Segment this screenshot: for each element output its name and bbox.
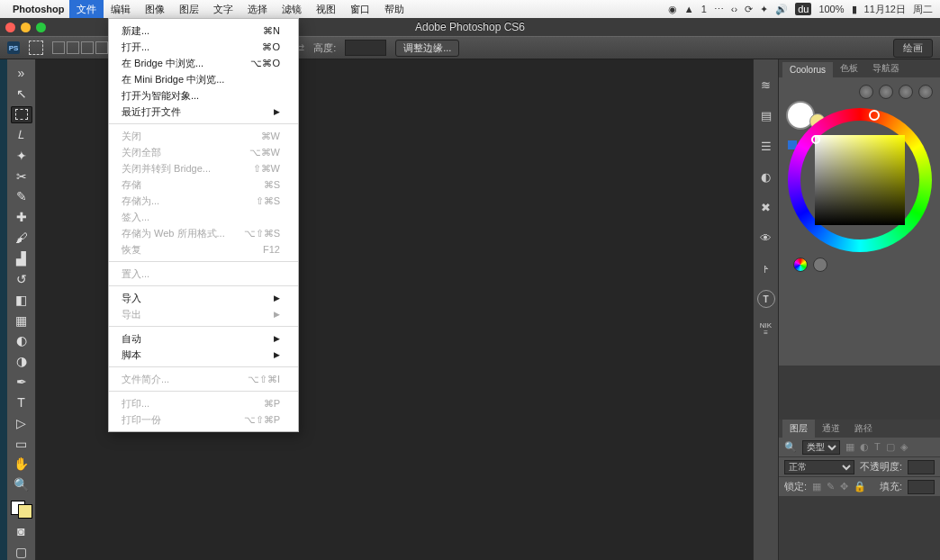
day-text[interactable]: 周二 [913, 3, 933, 16]
panel-gap [779, 366, 940, 420]
coolorus-mode-buttons[interactable] [859, 85, 933, 99]
gradient-tool[interactable]: ▦ [11, 312, 32, 329]
menu-help[interactable]: 帮助 [377, 0, 411, 18]
crop-tool[interactable]: ✂ [11, 167, 32, 185]
file-menu-item[interactable]: 新建...⌘N [109, 23, 298, 39]
paragraph-panel-icon[interactable]: T [757, 290, 775, 308]
tab-layers[interactable]: 图层 [782, 420, 815, 438]
file-menu-item[interactable]: 打开为智能对象... [109, 87, 298, 104]
sv-marker[interactable] [811, 135, 820, 144]
zoom-tool[interactable]: 🔍 [11, 476, 32, 493]
clock-icon[interactable]: ✦ [760, 4, 768, 15]
ps-home-icon[interactable]: PS [7, 41, 20, 54]
tab-navigator[interactable]: 导航器 [865, 59, 907, 77]
code-icon[interactable]: ‹› [731, 4, 737, 14]
file-menu-item: 关闭⌘W [109, 128, 298, 144]
quickmask-tool[interactable]: ◙ [11, 522, 32, 539]
marquee-tool[interactable] [11, 106, 32, 123]
shape-tool[interactable]: ▭ [11, 435, 32, 452]
eraser-tool[interactable]: ◧ [11, 291, 32, 308]
nik-panel-icon[interactable]: NIK≡ [757, 321, 775, 339]
screenmode-tool[interactable]: ▢ [11, 543, 32, 560]
sync-icon[interactable]: ⟳ [745, 4, 753, 15]
adobe-icon[interactable]: ▲ [684, 4, 694, 14]
minimize-window-button[interactable] [21, 23, 31, 32]
eyedropper-tool[interactable]: ✎ [11, 188, 32, 205]
brushes-panel-icon[interactable]: ✖ [757, 198, 775, 216]
file-menu-item[interactable]: 最近打开文件▶ [109, 104, 298, 120]
battery-icon[interactable]: ▮ [852, 4, 857, 15]
tab-channels[interactable]: 通道 [815, 420, 847, 438]
pen-tool[interactable]: ✒ [11, 374, 32, 391]
marquee-tool-icon[interactable] [29, 41, 43, 55]
close-window-button[interactable] [5, 23, 15, 32]
menu-window[interactable]: 窗口 [343, 0, 377, 18]
saturation-value-box[interactable] [815, 135, 905, 225]
tab-paths[interactable]: 路径 [847, 420, 880, 438]
history-brush-tool[interactable]: ↺ [11, 270, 32, 287]
layers-panel: 🔍 类型 ▦◐T▢◈ 正常 不透明度: 锁定: ▦✎✥🔒 填充: [779, 438, 940, 560]
actions-panel-icon[interactable]: ▤ [757, 106, 775, 124]
menu-layer[interactable]: 图层 [172, 0, 206, 18]
menu-filter[interactable]: 滤镜 [275, 0, 309, 18]
opacity-input[interactable] [908, 460, 935, 474]
wifi-icon[interactable]: ⋯ [714, 4, 724, 15]
character-panel-icon[interactable]: 𐊀 [757, 259, 775, 277]
workspace-switcher[interactable]: 绘画 [893, 39, 933, 58]
zoom-window-button[interactable] [36, 23, 46, 32]
healing-tool[interactable]: ✚ [11, 209, 32, 226]
filter-kind-select[interactable]: 类型 [802, 440, 840, 455]
blur-tool[interactable]: ◐ [11, 332, 32, 349]
type-tool[interactable]: T [11, 394, 32, 411]
file-menu-item[interactable]: 打开...⌘O [109, 39, 298, 55]
hand-tool[interactable]: ✋ [11, 456, 32, 473]
adjustments-panel-icon[interactable]: ◐ [757, 167, 775, 185]
menu-file[interactable]: 文件 [69, 0, 104, 18]
menu-view[interactable]: 视图 [309, 0, 343, 18]
dodge-tool[interactable]: ◑ [11, 353, 32, 370]
tab-swatches[interactable]: 色板 [833, 59, 865, 77]
background-swatch[interactable] [18, 504, 32, 519]
coolorus-scheme-buttons[interactable] [793, 257, 827, 272]
volume-icon[interactable]: 🔊 [775, 4, 788, 15]
properties-panel-icon[interactable]: ☰ [757, 137, 775, 155]
app-name[interactable]: Photoshop [13, 4, 64, 14]
layers-list[interactable] [779, 497, 940, 560]
coolorus-panel [779, 77, 940, 366]
file-menu-item[interactable]: 在 Mini Bridge 中浏览... [109, 71, 298, 87]
height-input[interactable] [345, 40, 386, 56]
menu-select[interactable]: 选择 [240, 0, 275, 18]
color-swatches[interactable] [11, 501, 32, 519]
blend-mode-select[interactable]: 正常 [784, 460, 854, 474]
brush-tool[interactable]: 🖌 [11, 230, 32, 247]
wand-tool[interactable]: ✦ [11, 147, 32, 164]
menu-image[interactable]: 图像 [138, 0, 172, 18]
status-icon[interactable]: ◉ [668, 4, 677, 15]
refine-edges-button[interactable]: 调整边缘... [395, 40, 459, 57]
lock-icons[interactable]: ▦✎✥🔒 [812, 481, 866, 492]
tab-coolorus[interactable]: Coolorus [782, 62, 833, 77]
filter-kind-icon[interactable]: 🔍 [784, 441, 797, 453]
stamp-tool[interactable]: ▟ [11, 250, 32, 267]
fill-input[interactable] [908, 480, 935, 494]
path-select-tool[interactable]: ▷ [11, 414, 32, 431]
color-wheel[interactable] [788, 108, 932, 252]
du-icon[interactable]: du [795, 3, 811, 15]
date-text[interactable]: 11月12日 [864, 3, 906, 16]
move-tool[interactable]: ↖ [11, 86, 32, 103]
lasso-tool[interactable]: 𝘓 [11, 127, 32, 144]
expand-tools-icon[interactable]: » [11, 65, 32, 82]
fill-label: 填充: [880, 480, 902, 493]
file-menu-item[interactable]: 在 Bridge 中浏览...⌥⌘O [109, 55, 298, 71]
marquee-mode-icons[interactable] [52, 41, 108, 54]
history-panel-icon[interactable]: ≋ [757, 76, 775, 94]
file-menu-item[interactable]: 导入▶ [109, 290, 298, 306]
hue-marker[interactable] [869, 110, 880, 121]
file-menu-item[interactable]: 自动▶ [109, 330, 298, 347]
styles-panel-icon[interactable]: 👁 [757, 229, 775, 247]
layer-filter-icons[interactable]: ▦◐T▢◈ [845, 441, 908, 453]
file-menu-item[interactable]: 脚本▶ [109, 347, 298, 363]
menu-type[interactable]: 文字 [206, 0, 240, 18]
badge-1[interactable]: 1 [701, 4, 707, 14]
menu-edit[interactable]: 编辑 [104, 0, 138, 18]
